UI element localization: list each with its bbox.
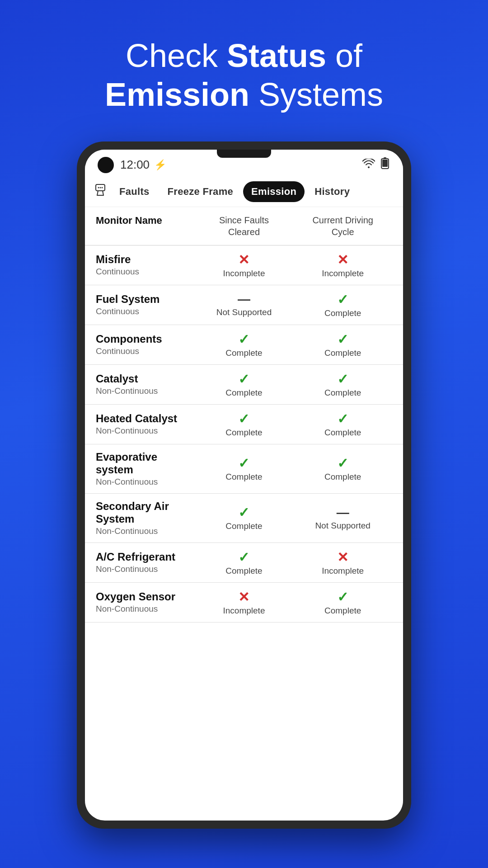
- table-row: Heated Catalyst Non-Continuous ✓ Complet…: [85, 405, 403, 444]
- col3-cell-0: ✕ Incomplete: [293, 252, 392, 278]
- col2-label-5: Complete: [225, 472, 262, 482]
- table-row: Fuel System Continuous — Not Supported ✓…: [85, 285, 403, 325]
- monitor-info-7: A/C Refrigerant Non-Continuous: [96, 551, 195, 574]
- nav-tabs: Faults Freeze Frame Emission History: [85, 177, 403, 207]
- col2-label-8: Incomplete: [223, 606, 265, 616]
- col2-label-1: Not Supported: [216, 307, 272, 317]
- col3-label-2: Complete: [324, 348, 361, 358]
- col-header-monitor-name: Monitor Name: [96, 214, 195, 238]
- col2-label-2: Complete: [225, 348, 262, 358]
- col2-icon-1: —: [238, 292, 250, 307]
- col2-label-7: Complete: [225, 566, 262, 576]
- col2-cell-6: ✓ Complete: [195, 505, 294, 531]
- col2-icon-0: ✕: [238, 252, 249, 268]
- col2-label-0: Incomplete: [223, 269, 265, 278]
- col2-icon-2: ✓: [238, 331, 249, 347]
- table-rows: Misfire Continuous ✕ Incomplete ✕ Incomp…: [85, 245, 403, 623]
- tab-freeze-frame[interactable]: Freeze Frame: [160, 181, 241, 202]
- col3-cell-6: — Not Supported: [293, 505, 392, 531]
- table-row: A/C Refrigerant Non-Continuous ✓ Complet…: [85, 543, 403, 583]
- col3-label-1: Complete: [324, 308, 361, 318]
- table-row: Catalyst Non-Continuous ✓ Complete ✓ Com…: [85, 365, 403, 405]
- col3-icon-7: ✕: [337, 549, 348, 565]
- col2-label-3: Complete: [225, 388, 262, 398]
- col3-icon-0: ✕: [337, 252, 348, 268]
- col2-cell-1: — Not Supported: [195, 292, 294, 317]
- monitor-type-1: Continuous: [96, 307, 195, 316]
- col2-label-6: Complete: [225, 521, 262, 531]
- col3-icon-3: ✓: [337, 371, 348, 387]
- monitor-name-6: Secondary Air System: [96, 500, 195, 525]
- col2-icon-5: ✓: [238, 455, 249, 471]
- emission-table: Monitor Name Since Faults Cleared Curren…: [85, 207, 403, 821]
- monitor-type-3: Non-Continuous: [96, 386, 195, 396]
- monitor-name-5: Evaporative system: [96, 451, 195, 476]
- table-row: Components Continuous ✓ Complete ✓ Compl…: [85, 325, 403, 365]
- col2-icon-6: ✓: [238, 505, 249, 520]
- col2-cell-0: ✕ Incomplete: [195, 252, 294, 278]
- col3-cell-3: ✓ Complete: [293, 371, 392, 398]
- monitor-type-7: Non-Continuous: [96, 564, 195, 574]
- nav-obd-icon: [94, 184, 107, 199]
- col3-label-4: Complete: [324, 428, 361, 438]
- col-header-since-faults: Since Faults Cleared: [195, 214, 294, 238]
- col2-cell-2: ✓ Complete: [195, 331, 294, 358]
- svg-line-5: [103, 191, 103, 195]
- headline-line1-pre: Check: [126, 38, 227, 74]
- headline-line1-bold: Status: [227, 38, 326, 74]
- col2-cell-7: ✓ Complete: [195, 549, 294, 576]
- headline: Check Status of Emission Systems: [69, 0, 419, 142]
- monitor-info-6: Secondary Air System Non-Continuous: [96, 500, 195, 536]
- col3-icon-1: ✓: [337, 292, 348, 307]
- monitor-name-2: Components: [96, 333, 195, 345]
- table-row: Oxygen Sensor Non-Continuous ✕ Incomplet…: [85, 583, 403, 623]
- flashlight-icon: ⚡: [154, 159, 166, 171]
- monitor-info-3: Catalyst Non-Continuous: [96, 373, 195, 396]
- headline-line2-post: Systems: [249, 76, 383, 113]
- col2-icon-8: ✕: [238, 589, 249, 605]
- col3-label-8: Complete: [324, 606, 361, 616]
- monitor-type-5: Non-Continuous: [96, 477, 195, 487]
- col3-cell-2: ✓ Complete: [293, 331, 392, 358]
- col3-cell-7: ✕ Incomplete: [293, 549, 392, 576]
- col3-icon-2: ✓: [337, 331, 348, 347]
- monitor-name-7: A/C Refrigerant: [96, 551, 195, 563]
- monitor-info-2: Components Continuous: [96, 333, 195, 356]
- camera-icon: [98, 157, 114, 173]
- tab-history[interactable]: History: [306, 181, 358, 202]
- monitor-name-0: Misfire: [96, 253, 195, 266]
- headline-line1-post: of: [326, 38, 362, 74]
- monitor-type-8: Non-Continuous: [96, 604, 195, 614]
- monitor-type-2: Continuous: [96, 346, 195, 356]
- monitor-info-4: Heated Catalyst Non-Continuous: [96, 412, 195, 436]
- monitor-type-4: Non-Continuous: [96, 426, 195, 436]
- monitor-type-0: Continuous: [96, 267, 195, 277]
- col3-label-3: Complete: [324, 388, 361, 398]
- svg-rect-2: [382, 160, 388, 167]
- tab-faults[interactable]: Faults: [111, 181, 158, 202]
- monitor-info-1: Fuel System Continuous: [96, 293, 195, 316]
- col2-cell-5: ✓ Complete: [195, 455, 294, 482]
- col2-cell-8: ✕ Incomplete: [195, 589, 294, 616]
- col2-cell-3: ✓ Complete: [195, 371, 294, 398]
- svg-point-9: [102, 187, 103, 189]
- monitor-type-6: Non-Continuous: [96, 526, 195, 536]
- status-right-icons: [362, 157, 390, 173]
- col2-cell-4: ✓ Complete: [195, 411, 294, 438]
- svg-point-7: [98, 187, 99, 189]
- phone-notch: [217, 150, 271, 158]
- tab-emission[interactable]: Emission: [243, 181, 305, 202]
- col3-cell-4: ✓ Complete: [293, 411, 392, 438]
- table-row: Misfire Continuous ✕ Incomplete ✕ Incomp…: [85, 245, 403, 285]
- table-header: Monitor Name Since Faults Cleared Curren…: [85, 207, 403, 245]
- monitor-name-3: Catalyst: [96, 373, 195, 385]
- table-row: Secondary Air System Non-Continuous ✓ Co…: [85, 494, 403, 543]
- wifi-icon: [362, 159, 375, 171]
- phone-screen: 12:00 ⚡: [85, 150, 403, 821]
- table-row: Evaporative system Non-Continuous ✓ Comp…: [85, 444, 403, 494]
- col3-icon-6: —: [337, 505, 349, 520]
- monitor-name-8: Oxygen Sensor: [96, 590, 195, 603]
- col3-icon-5: ✓: [337, 455, 348, 471]
- headline-line2-bold: Emission: [105, 76, 249, 113]
- col2-icon-3: ✓: [238, 371, 249, 387]
